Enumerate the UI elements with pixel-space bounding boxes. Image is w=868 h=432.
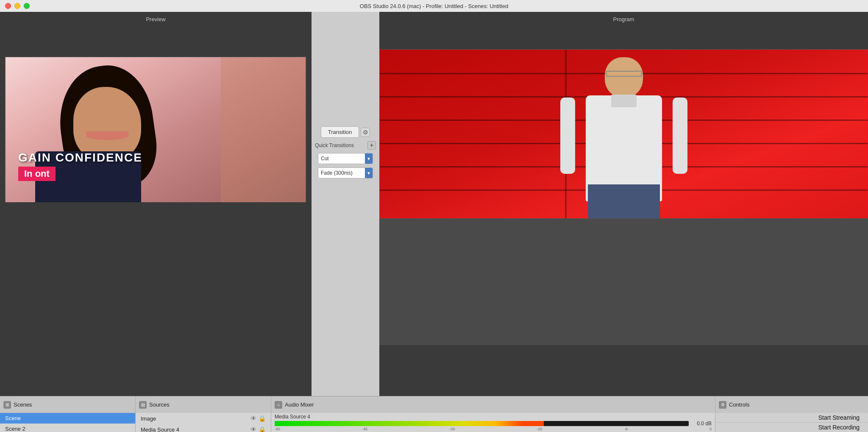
- source-2-label: Media Source 4: [141, 426, 179, 432]
- audio-panel-label: Audio Mixer: [285, 401, 314, 408]
- source-item-1[interactable]: Image 👁 🔒: [136, 413, 271, 424]
- head-shape: [605, 57, 643, 98]
- scenes-list: Scene Scene 2: [0, 413, 136, 432]
- sources-icon: ▤: [139, 401, 147, 409]
- source-1-lock-icon[interactable]: 🔒: [259, 415, 266, 422]
- face-shape: [73, 87, 141, 161]
- program-pane: Program: [379, 12, 868, 396]
- controls-panel-header: ⚙ Controls: [715, 396, 868, 413]
- audio-mixer-content: Media Source 4 0.0 dB -60 -45 -30 -20 -9…: [271, 413, 715, 432]
- audio-icon: ♫: [275, 401, 282, 409]
- in-ont-badge: In ont: [18, 167, 56, 181]
- fade-label: Fade (300ms): [321, 170, 353, 176]
- quick-transitions-label: Quick Transitions: [315, 142, 366, 148]
- program-gray-bottom: [379, 345, 868, 396]
- audio-panel-header: ♫ Audio Mixer: [271, 396, 715, 413]
- fade-select[interactable]: Fade (300ms) ▼: [318, 167, 373, 178]
- preview-label: Preview: [0, 16, 312, 22]
- source-item-2[interactable]: Media Source 4 👁 🔒: [136, 424, 271, 432]
- audio-source-name: Media Source 4: [275, 414, 712, 420]
- audio-db-value: 0.0 dB: [691, 421, 712, 426]
- left-arm: [560, 98, 575, 174]
- source-1-icons: 👁 🔒: [250, 415, 266, 422]
- sources-panel-label: Sources: [149, 401, 170, 408]
- scenes-panel-label: Scenes: [14, 401, 32, 408]
- transition-panel: Transition ⚙ Quick Transitions + Cut ▼ F…: [312, 12, 379, 396]
- program-canvas: [379, 24, 868, 396]
- audio-meter-scale: -60 -45 -30 -20 -9 0: [275, 427, 712, 431]
- preview-image: GAIN CONFIDENCE In ont: [5, 57, 306, 203]
- cut-select[interactable]: Cut ▼: [318, 153, 373, 164]
- jeans-shape: [588, 184, 660, 218]
- source-1-eye-icon[interactable]: 👁: [250, 415, 256, 422]
- controls-panel-label: Controls: [729, 401, 749, 408]
- bg-furniture: [221, 57, 306, 202]
- audio-meter-fill: [275, 421, 544, 426]
- audio-meter-container: 0.0 dB: [275, 421, 712, 426]
- source-2-eye-icon[interactable]: 👁: [250, 426, 256, 432]
- transition-gear-button[interactable]: ⚙: [361, 128, 370, 137]
- audio-meter-bar: [275, 421, 689, 426]
- sources-panel-header: ▤ Sources: [136, 396, 271, 413]
- red-wall: [380, 50, 868, 218]
- close-button[interactable]: [5, 3, 11, 9]
- start-streaming-button[interactable]: Start Streaming: [715, 413, 868, 422]
- smile-shape: [86, 131, 128, 140]
- fade-select-arrow: ▼: [365, 168, 373, 178]
- right-arm: [673, 98, 687, 174]
- scene-item-1[interactable]: Scene: [0, 413, 135, 424]
- preview-gray-top: [5, 31, 306, 57]
- transition-button[interactable]: Transition: [321, 126, 359, 138]
- window-controls[interactable]: [5, 3, 30, 9]
- bottom-panels: ⊞ Scenes ▤ Sources ♫ Audio Mixer ⚙ Contr…: [0, 396, 868, 432]
- panel-content-row: Scene Scene 2 Image 👁 🔒 Media Source 4: [0, 413, 868, 432]
- start-recording-button[interactable]: Start Recording: [715, 422, 868, 432]
- source-1-label: Image: [141, 415, 156, 422]
- transition-button-row: Transition ⚙: [321, 126, 370, 138]
- glasses-shape: [606, 71, 642, 77]
- controls-content: Start Streaming Start Recording: [715, 413, 868, 432]
- window-title: OBS Studio 24.0.6 (mac) - Profile: Untit…: [360, 3, 508, 9]
- quick-transitions-add-button[interactable]: +: [367, 141, 376, 150]
- sources-list: Image 👁 🔒 Media Source 4 👁 🔒: [136, 413, 271, 432]
- quick-transitions-row: Quick Transitions +: [312, 141, 379, 150]
- cut-label: Cut: [321, 156, 329, 162]
- controls-icon: ⚙: [719, 401, 726, 409]
- program-label: Program: [379, 16, 868, 22]
- preview-pane: Preview: [0, 12, 312, 396]
- preview-canvas: GAIN CONFIDENCE In ont: [5, 31, 306, 259]
- source-2-lock-icon[interactable]: 🔒: [259, 426, 266, 432]
- preview-gray-bottom: [5, 202, 306, 259]
- source-2-icons: 👁 🔒: [250, 426, 266, 432]
- panel-label-row: ⊞ Scenes ▤ Sources ♫ Audio Mixer ⚙ Contr…: [0, 396, 868, 413]
- scene-2-label: Scene 2: [5, 426, 25, 432]
- maximize-button[interactable]: [24, 3, 30, 9]
- gain-confidence-text: GAIN CONFIDENCE: [18, 151, 142, 164]
- program-gray-top: [379, 24, 868, 49]
- collar-shape: [611, 95, 637, 107]
- scene-item-2[interactable]: Scene 2: [0, 424, 135, 432]
- overlay-container: GAIN CONFIDENCE In ont: [18, 151, 142, 181]
- titlebar: OBS Studio 24.0.6 (mac) - Profile: Untit…: [0, 0, 868, 12]
- scenes-icon: ⊞: [3, 401, 11, 409]
- minimize-button[interactable]: [14, 3, 20, 9]
- program-image: [379, 49, 868, 219]
- person-container: [556, 49, 692, 218]
- scenes-panel-header: ⊞ Scenes: [0, 396, 136, 413]
- cut-select-arrow: ▼: [365, 153, 373, 164]
- scene-1-label: Scene: [5, 415, 21, 421]
